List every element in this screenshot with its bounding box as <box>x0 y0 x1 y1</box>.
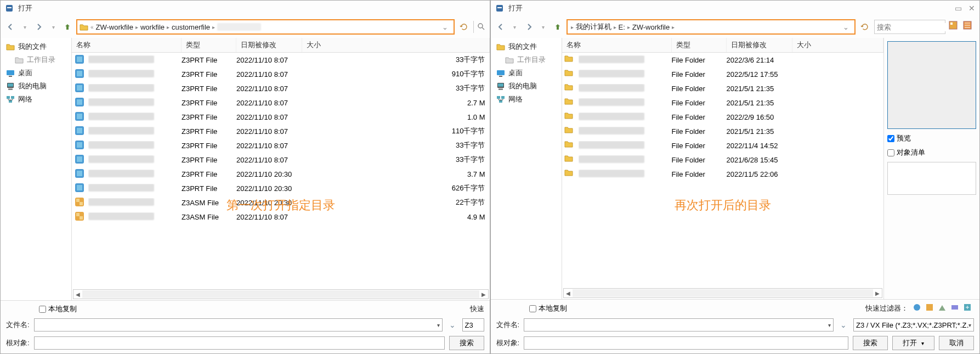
local-copy-checkbox[interactable] <box>39 306 46 313</box>
preview-checkbox-row[interactable]: 预览 <box>887 133 976 143</box>
file-list[interactable]: File Folder 2022/3/6 21:14 File Folder 2… <box>562 53 884 287</box>
filename-dd-icon[interactable]: ⌄ <box>447 319 458 330</box>
table-row[interactable]: File Folder 2022/5/12 17:55 <box>562 67 884 81</box>
qf-icon-1[interactable] <box>913 303 924 314</box>
search-button[interactable]: 搜索 <box>853 336 888 350</box>
table-row[interactable]: Z3PRT File 2022/11/10 8:07 2.7 M <box>72 95 490 110</box>
sidebar-item-computer[interactable]: 我的电脑 <box>493 80 559 93</box>
table-row[interactable]: File Folder 2022/3/6 21:14 <box>562 53 884 67</box>
sidebar-item-desktop[interactable]: 桌面 <box>493 66 559 80</box>
table-row[interactable]: Z3ASM File 2022/11/10 20:30 22千字节 <box>72 195 490 210</box>
table-row[interactable]: Z3PRT File 2022/11/10 8:07 910千字节 <box>72 67 490 81</box>
cancel-button[interactable]: 取消 <box>939 336 974 350</box>
table-row[interactable]: Z3PRT File 2022/11/10 8:07 33千字节 <box>72 81 490 95</box>
table-row[interactable]: Z3ASM File 2022/11/10 8:07 4.9 M <box>72 210 490 224</box>
col-name[interactable]: 名称 <box>562 38 672 52</box>
sidebar-item-workdir[interactable]: 工作目录 <box>493 53 559 66</box>
search-input[interactable] <box>874 20 945 34</box>
h-scrollbar[interactable]: ◀ ▶ <box>563 288 883 298</box>
col-date[interactable]: 日期被修改 <box>727 38 792 52</box>
rootobj-input[interactable] <box>524 336 848 350</box>
table-row[interactable]: Z3PRT File 2022/11/10 8:07 33千字节 <box>72 153 490 167</box>
nav-fwd-dd[interactable]: ▾ <box>538 21 549 32</box>
nav-fwd-button[interactable] <box>524 21 535 32</box>
file-list[interactable]: Z3PRT File 2022/11/10 8:07 33千字节 Z3PRT F… <box>72 53 490 288</box>
nav-fwd-button[interactable] <box>33 21 44 32</box>
folder-icon <box>80 23 88 31</box>
filename-dd-icon[interactable]: ⌄ <box>838 319 849 330</box>
filename-input[interactable]: ▾ <box>34 318 443 331</box>
open-button[interactable]: 打开▾ <box>892 336 934 350</box>
col-name[interactable]: 名称 <box>72 38 182 52</box>
table-row[interactable]: File Folder 2022/11/5 22:06 <box>562 167 884 181</box>
crumb-2[interactable]: ZW-workfile <box>632 23 670 31</box>
sidebar-item-computer[interactable]: 我的电脑 <box>3 80 69 93</box>
scroll-right-icon[interactable]: ▶ <box>873 290 882 296</box>
filetype-dd[interactable]: Z3 / VX File (*.Z3;*.VX;*.Z3PRT;*.Z…▾ <box>853 318 974 331</box>
minimize-button[interactable]: ▭ <box>955 4 962 13</box>
view-icons-button[interactable] <box>949 21 961 33</box>
file-type: Z3ASM File <box>182 213 236 221</box>
qf-icon-3[interactable] <box>938 303 949 314</box>
rootobj-input[interactable] <box>34 336 445 350</box>
table-row[interactable]: Z3PRT File 2022/11/10 20:30 626千字节 <box>72 181 490 195</box>
preview-checkbox[interactable] <box>887 135 894 142</box>
qf-icon-2[interactable] <box>925 303 936 314</box>
crumb-0[interactable]: ZW-workfile <box>96 23 133 31</box>
table-row[interactable]: File Folder 2022/2/9 16:50 <box>562 110 884 124</box>
scroll-right-icon[interactable]: ▶ <box>479 291 488 297</box>
refresh-button[interactable] <box>859 21 871 33</box>
search-icon[interactable] <box>473 21 485 33</box>
objectlist-checkbox-row[interactable]: 对象清单 <box>887 148 976 158</box>
qf-icon-4[interactable] <box>950 303 961 314</box>
sidebar-item-workdir[interactable]: 工作目录 <box>3 53 69 66</box>
col-type[interactable]: 类型 <box>672 38 727 52</box>
filetype-dd[interactable]: Z3 <box>462 318 484 331</box>
table-row[interactable]: File Folder 2021/5/1 21:35 <box>562 81 884 95</box>
local-copy-checkbox[interactable] <box>529 305 536 312</box>
scroll-left-icon[interactable]: ◀ <box>73 291 82 297</box>
sidebar-item-network[interactable]: 网络 <box>3 93 69 106</box>
sidebar-item-desktop[interactable]: 桌面 <box>3 66 69 80</box>
nav-fwd-dd[interactable]: ▾ <box>48 21 59 32</box>
table-row[interactable]: Z3PRT File 2022/11/10 20:30 3.7 M <box>72 167 490 181</box>
search-button[interactable]: 搜索 <box>449 336 484 350</box>
table-row[interactable]: Z3PRT File 2022/11/10 8:07 33千字节 <box>72 138 490 153</box>
breadcrumb-dd-icon[interactable]: ⌄ <box>840 23 852 31</box>
table-row[interactable]: File Folder 2021/5/1 21:35 <box>562 124 884 138</box>
crumb-1[interactable]: workfile <box>140 23 165 31</box>
nav-back-dd[interactable]: ▾ <box>19 21 30 32</box>
objectlist-checkbox[interactable] <box>887 149 894 156</box>
table-row[interactable]: Z3PRT File 2022/11/10 8:07 110千字节 <box>72 124 490 138</box>
col-date[interactable]: 日期被修改 <box>236 38 302 52</box>
nav-up-button[interactable] <box>552 21 563 32</box>
col-type[interactable]: 类型 <box>182 38 236 52</box>
refresh-button[interactable] <box>458 21 470 33</box>
crumb-0[interactable]: 我的计算机 <box>576 22 611 32</box>
crumb-1[interactable]: E: <box>619 23 625 31</box>
sidebar-item-network[interactable]: 网络 <box>493 93 559 106</box>
breadcrumb-dd-icon[interactable]: ⌄ <box>439 23 451 31</box>
filename-input[interactable]: ▾ <box>524 318 834 331</box>
table-row[interactable]: File Folder 2021/5/1 21:35 <box>562 95 884 110</box>
col-size[interactable]: 大小 <box>302 38 490 52</box>
nav-back-button[interactable] <box>5 21 16 32</box>
nav-up-button[interactable] <box>62 21 73 32</box>
table-row[interactable]: File Folder 2021/6/28 15:45 <box>562 153 884 167</box>
crumb-2[interactable]: customerfile <box>172 23 210 31</box>
sidebar-item-myfiles[interactable]: 我的文件 <box>493 40 559 53</box>
view-list-button[interactable] <box>963 21 975 33</box>
close-button[interactable]: ✕ <box>968 4 975 13</box>
nav-back-dd[interactable]: ▾ <box>509 21 520 32</box>
qf-icon-5[interactable] <box>963 303 974 314</box>
scroll-left-icon[interactable]: ◀ <box>564 290 573 296</box>
sidebar-item-myfiles[interactable]: 我的文件 <box>3 40 69 53</box>
table-row[interactable]: Z3PRT File 2022/11/10 8:07 33千字节 <box>72 53 490 67</box>
h-scrollbar[interactable]: ◀ ▶ <box>73 289 489 299</box>
nav-back-button[interactable] <box>495 21 506 32</box>
table-row[interactable]: Z3PRT File 2022/11/10 8:07 1.0 M <box>72 110 490 124</box>
table-row[interactable]: File Folder 2022/11/4 14:52 <box>562 138 884 153</box>
breadcrumb[interactable]: ▸ 我的计算机 ▸ E: ▸ ZW-workfile ▸ ⌄ <box>567 19 856 35</box>
col-size[interactable]: 大小 <box>792 38 884 52</box>
breadcrumb[interactable]: « ZW-workfile ▸ workfile ▸ customerfile … <box>76 19 455 35</box>
